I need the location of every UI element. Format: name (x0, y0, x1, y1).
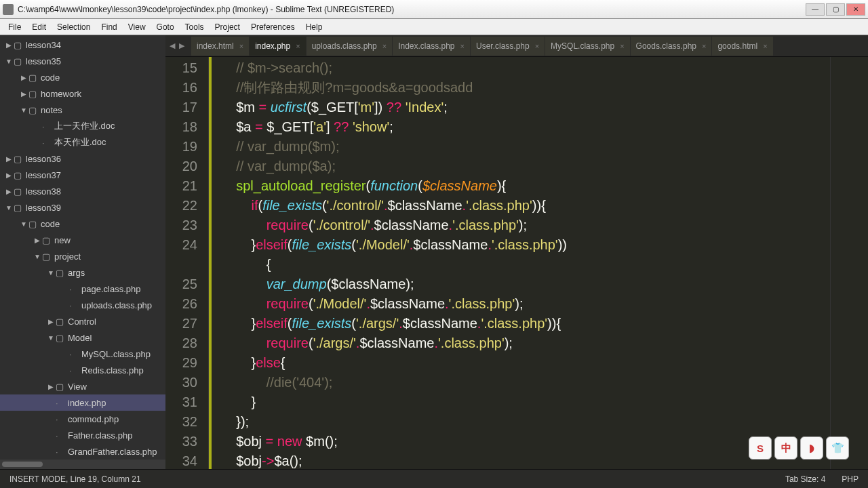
tree-file-page-class-php[interactable]: page.class.php (0, 281, 165, 297)
disclosure-arrow-icon[interactable]: ▼ (46, 269, 56, 277)
tree-folder-lesson38[interactable]: ▶lesson38 (0, 183, 165, 199)
menu-project[interactable]: Project (210, 22, 245, 32)
code-line[interactable]: $m = ucfirst($_GET['m']) ?? 'Index'; (221, 98, 830, 117)
ime-button-2[interactable]: ◗ (800, 436, 823, 460)
menu-goto[interactable]: Goto (151, 22, 180, 32)
tab-goods-html[interactable]: goods.html× (712, 37, 772, 56)
sidebar-scrollbar[interactable] (0, 460, 165, 469)
tree-file-index-php[interactable]: index.php (0, 394, 165, 411)
code-line[interactable]: $a = $_GET['a'] ?? 'show'; (221, 117, 830, 137)
ime-button-3[interactable]: 👕 (826, 436, 849, 460)
code-line[interactable]: //die('404'); (221, 373, 830, 392)
disclosure-arrow-icon[interactable]: ▼ (4, 204, 14, 211)
menu-find[interactable]: Find (96, 22, 122, 32)
tree-folder-args[interactable]: ▼args (0, 264, 165, 281)
ime-button-0[interactable]: S (749, 436, 772, 460)
disclosure-arrow-icon[interactable]: ▼ (33, 253, 42, 260)
tab-close-icon[interactable]: × (296, 42, 300, 50)
tree-folder-lesson37[interactable]: ▶lesson37 (0, 167, 165, 183)
code-content[interactable]: // $m->search(); //制作路由规则?m=goods&a=good… (212, 57, 830, 469)
code-line[interactable]: // var_dump($m); (221, 137, 830, 157)
disclosure-arrow-icon[interactable]: ▼ (4, 58, 14, 65)
code-line[interactable]: }); (221, 412, 830, 432)
tab-index-php[interactable]: index.php× (250, 37, 305, 56)
disclosure-arrow-icon[interactable]: ▼ (19, 106, 28, 114)
tree-folder-Control[interactable]: ▶Control (0, 313, 165, 329)
disclosure-arrow-icon[interactable]: ▼ (19, 220, 28, 228)
disclosure-arrow-icon[interactable]: ▶ (33, 237, 42, 244)
menu-file[interactable]: File (3, 22, 26, 32)
tree-folder-new[interactable]: ▶new (0, 232, 165, 248)
disclosure-arrow-icon[interactable]: ▶ (4, 188, 14, 195)
tab-nav-forward-icon[interactable]: ▶ (179, 41, 184, 50)
tab-MySQL-class-php[interactable]: MySQL.class.php× (545, 37, 629, 56)
tree-folder-code[interactable]: ▶code (0, 69, 165, 85)
close-button[interactable]: ✕ (846, 3, 865, 16)
minimize-button[interactable]: — (806, 3, 825, 16)
code-line[interactable]: }else{ (221, 353, 830, 373)
disclosure-arrow-icon[interactable]: ▼ (46, 334, 56, 342)
menu-tools[interactable]: Tools (180, 22, 210, 32)
tab-close-icon[interactable]: × (535, 42, 539, 50)
menu-help[interactable]: Help (300, 22, 328, 32)
tree-file-Father-class-php[interactable]: Father.class.php (0, 427, 165, 443)
tab-close-icon[interactable]: × (460, 42, 465, 50)
code-line[interactable]: } (221, 392, 830, 412)
tree-file--doc[interactable]: 本天作业.doc (0, 134, 165, 150)
tree-folder-lesson39[interactable]: ▼lesson39 (0, 199, 165, 216)
disclosure-arrow-icon[interactable]: ▶ (46, 383, 56, 390)
disclosure-arrow-icon[interactable]: ▶ (46, 318, 56, 325)
tab-close-icon[interactable]: × (763, 42, 767, 50)
code-line[interactable]: // var_dump($a); (221, 157, 830, 176)
tree-folder-lesson35[interactable]: ▼lesson35 (0, 53, 165, 69)
tab-close-icon[interactable]: × (382, 42, 387, 50)
tree-folder-lesson36[interactable]: ▶lesson36 (0, 150, 165, 167)
tree-folder-homework[interactable]: ▶homework (0, 85, 165, 102)
menu-edit[interactable]: Edit (26, 22, 52, 32)
minimap[interactable] (830, 57, 868, 469)
menu-selection[interactable]: Selection (52, 22, 96, 32)
tree-file-Redis-class-php[interactable]: Redis.class.php (0, 362, 165, 378)
code-line[interactable]: }elseif(file_exists('./Model/'.$classNam… (221, 235, 830, 255)
code-line[interactable]: require('./args/'.$className.'.class.php… (221, 333, 830, 353)
code-line[interactable]: $obj->$a(); (221, 451, 830, 469)
tab-close-icon[interactable]: × (702, 42, 706, 50)
menu-preferences[interactable]: Preferences (245, 22, 300, 32)
tab-Index-class-php[interactable]: Index.class.php× (393, 37, 470, 56)
disclosure-arrow-icon[interactable]: ▶ (4, 155, 14, 163)
tree-folder-Model[interactable]: ▼Model (0, 329, 165, 346)
disclosure-arrow-icon[interactable]: ▶ (19, 74, 28, 81)
tab-uploads-class-php[interactable]: uploads.class.php× (307, 37, 393, 56)
tree-folder-notes[interactable]: ▼notes (0, 102, 165, 118)
tree-folder-code[interactable]: ▼code (0, 216, 165, 232)
ime-button-1[interactable]: 中 (774, 436, 797, 460)
tab-close-icon[interactable]: × (239, 42, 243, 50)
tree-file-commod-php[interactable]: commod.php (0, 411, 165, 427)
tree-folder-project[interactable]: ▼project (0, 248, 165, 264)
tab-Goods-class-php[interactable]: Goods.class.php× (631, 37, 712, 56)
tree-file-MySQL-class-php[interactable]: MySQL.class.php (0, 346, 165, 362)
tree-folder-lesson34[interactable]: ▶lesson34 (0, 37, 165, 53)
tab-close-icon[interactable]: × (620, 42, 624, 50)
code-line[interactable]: $obj = new $m(); (221, 432, 830, 451)
tab-User-class-php[interactable]: User.class.php× (471, 37, 545, 56)
disclosure-arrow-icon[interactable]: ▶ (19, 90, 28, 98)
code-line[interactable]: }elseif(file_exists('./args/'.$className… (221, 314, 830, 333)
tree-folder-View[interactable]: ▶View (0, 378, 165, 394)
code-line[interactable]: { (221, 255, 830, 274)
code-line[interactable]: require('./control/'.$className.'.class.… (221, 216, 830, 235)
code-line[interactable]: spl_autoload_register(function($classNam… (221, 176, 830, 196)
disclosure-arrow-icon[interactable]: ▶ (4, 41, 14, 49)
tree-file--doc[interactable]: 上一天作业.doc (0, 118, 165, 134)
code-line[interactable]: require('./Model/'.$className.'.class.ph… (221, 294, 830, 314)
disclosure-arrow-icon[interactable]: ▶ (4, 171, 14, 179)
code-line[interactable]: //制作路由规则?m=goods&a=goodsadd (221, 78, 830, 98)
tree-file-GrandFather-class-php[interactable]: GrandFather.class.php (0, 443, 165, 460)
maximize-button[interactable]: ▢ (826, 3, 845, 16)
menu-view[interactable]: View (123, 22, 151, 32)
code-line[interactable]: // $m->search(); (221, 58, 830, 78)
tab-index-html[interactable]: index.html× (191, 37, 249, 56)
code-area[interactable]: 1516171819202122232425262728293031323334… (165, 57, 868, 469)
tree-file-uploads-class-php[interactable]: uploads.class.php (0, 297, 165, 313)
status-syntax[interactable]: PHP (842, 474, 859, 484)
